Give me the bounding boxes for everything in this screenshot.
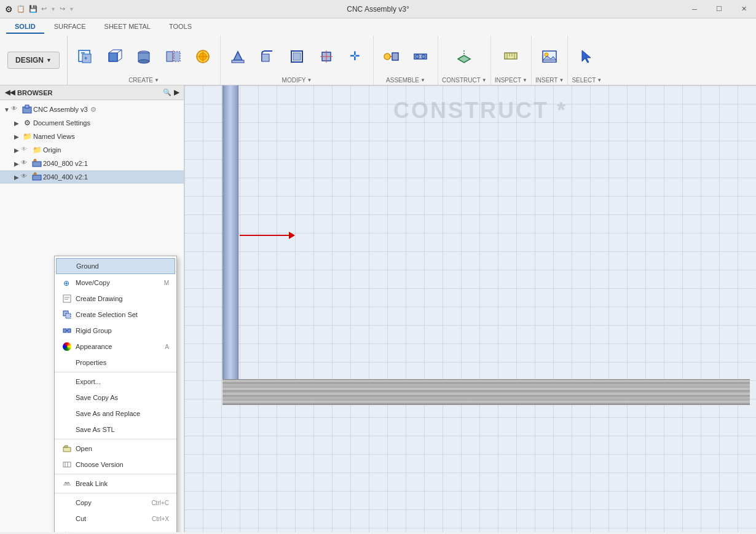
eye-icon[interactable]: 👁 (21, 173, 30, 181)
maximize-button[interactable]: ☐ (707, 0, 731, 18)
ctx-item-save-as-replace[interactable]: Save As and Replace (55, 406, 176, 422)
assemble-label: ASSEMBLE ▼ (386, 77, 425, 85)
insert-image-btn[interactable] (536, 42, 563, 71)
cut-icon (62, 514, 72, 524)
modify-move-btn[interactable]: ✛ (342, 42, 369, 71)
ctx-shortcut-appearance: A (165, 344, 169, 350)
expand-icon[interactable]: ▶ (12, 146, 21, 154)
ctx-label-save-as-replace: Save As and Replace (76, 410, 140, 417)
ctx-item-save-copy-as[interactable]: Save Copy As (55, 390, 176, 406)
svg-rect-51 (63, 295, 71, 302)
tab-row: SOLID SURFACE SHEET METAL TOOLS (0, 18, 756, 36)
eye-icon[interactable]: 👁 (21, 146, 30, 154)
separator-4 (55, 493, 176, 493)
modify-press-pull-btn[interactable] (224, 42, 251, 71)
settings-icon[interactable]: ⚙ (90, 106, 96, 114)
separator-3 (55, 474, 176, 474)
insert-group: INSERT ▼ (532, 36, 568, 85)
svg-text:✛: ✛ (350, 49, 360, 63)
ctx-item-appearance[interactable]: Appearance A (55, 339, 176, 355)
canvas-area[interactable]: CONSTRUCT * (184, 85, 756, 532)
ctx-label-export: Export... (76, 378, 101, 385)
tree-item-root[interactable]: ▼ 👁 CNC Assembly v3 ⚙ (0, 103, 184, 116)
expand-icon[interactable]: ▼ (2, 105, 11, 114)
tree-item-doc-settings[interactable]: ▶ ⚙ Document Settings (0, 116, 184, 130)
tab-sheet-metal[interactable]: SHEET METAL (96, 20, 159, 34)
ctx-item-choose-version[interactable]: Choose Version (55, 457, 176, 473)
ctx-label-cut: Cut (76, 515, 86, 522)
ctx-label-create-drawing: Create Drawing (76, 295, 122, 302)
tree-item-2040-800[interactable]: ▶ 👁 2040_800 v2:1 (0, 157, 184, 170)
ctx-item-create-drawing[interactable]: Create Drawing (55, 291, 176, 307)
copy-icon (62, 498, 72, 508)
create-new-component-btn[interactable]: + (71, 42, 98, 71)
minimize-button[interactable]: ─ (682, 0, 707, 18)
create-special-btn[interactable] (189, 42, 216, 71)
ctx-item-cut[interactable]: Cut Ctrl+X (55, 511, 176, 527)
svg-rect-19 (232, 60, 244, 63)
browser-expand-icon[interactable]: ▶ (174, 88, 179, 96)
svg-text:+: + (84, 55, 87, 61)
modify-shell-btn[interactable] (283, 42, 310, 71)
ctx-item-ground[interactable]: Ground (56, 258, 175, 274)
eye-icon[interactable]: 👁 (11, 105, 20, 114)
svg-line-6 (117, 50, 122, 53)
tree-item-origin[interactable]: ▶ 👁 📁 Origin (0, 143, 184, 157)
expand-icon[interactable]: ▶ (12, 173, 21, 181)
design-button[interactable]: DESIGN ▼ (7, 52, 60, 69)
title-text: CNC Assembly v3° (347, 5, 409, 14)
ctx-shortcut-cut: Ctrl+X (152, 516, 169, 522)
ctx-label-properties: Properties (76, 359, 106, 366)
create-label: CREATE ▼ (128, 77, 159, 85)
tab-surface[interactable]: SURFACE (45, 20, 95, 34)
expand-icon[interactable]: ▶ (12, 119, 21, 127)
tree-label-doc-settings: Document Settings (33, 119, 90, 127)
ctx-item-rigid-group[interactable]: Rigid Group (55, 323, 176, 339)
browser-header: ◀◀ BROWSER 🔍 ▶ (0, 85, 184, 100)
ctx-item-copy[interactable]: Copy Ctrl+C (55, 495, 176, 511)
model-vertical (222, 85, 238, 399)
ctx-item-save-as-stl[interactable]: Save As STL (55, 422, 176, 438)
ctx-item-break-link[interactable]: Break Link (55, 476, 176, 492)
eye-icon[interactable]: 👁 (21, 159, 30, 168)
create-box-btn[interactable] (101, 42, 128, 71)
insert-label: INSERT ▼ (535, 77, 564, 85)
ctx-item-properties[interactable]: Properties (55, 355, 176, 371)
assemble-drive-btn[interactable] (407, 42, 434, 71)
svg-rect-4 (109, 53, 117, 61)
ctx-item-create-selection[interactable]: Create Selection Set (55, 307, 176, 323)
ctx-item-move-copy[interactable]: ⊕ Move/Copy M (55, 275, 176, 291)
modify-fillet-btn[interactable] (254, 42, 281, 71)
svg-rect-11 (167, 52, 173, 61)
model-horizontal (222, 379, 750, 405)
ctx-item-delete[interactable]: ✕ Delete Del (55, 527, 176, 532)
expand-icon[interactable]: ▶ (12, 159, 21, 168)
construct-plane-btn[interactable] (451, 42, 478, 71)
browser-search-icon[interactable]: 🔍 (163, 88, 171, 96)
tab-solid[interactable]: SOLID (6, 20, 44, 34)
svg-point-41 (545, 53, 548, 57)
create-mirror-btn[interactable] (160, 42, 187, 71)
assemble-joint-btn[interactable] (377, 42, 404, 71)
tree-item-2040-400[interactable]: ▶ 👁 2040_400 v2:1 (0, 170, 184, 184)
separator-2 (55, 439, 176, 439)
ctx-label-rigid-group: Rigid Group (76, 327, 112, 334)
select-btn[interactable] (573, 42, 600, 71)
ctx-label-break-link: Break Link (76, 480, 108, 487)
select-group: SELECT ▼ (568, 36, 605, 85)
modify-group: ✛ MODIFY ▼ (221, 36, 374, 85)
inspect-group: INSPECT ▼ (491, 36, 532, 85)
tree-label-origin: Origin (43, 146, 61, 154)
ctx-label-create-selection: Create Selection Set (76, 311, 138, 318)
expand-icon[interactable]: ▶ (12, 132, 21, 141)
ctx-item-export[interactable]: Export... (55, 374, 176, 390)
close-button[interactable]: ✕ (731, 0, 756, 18)
modify-scale-btn[interactable] (313, 42, 340, 71)
tree-item-named-views[interactable]: ▶ 📁 Named Views (0, 130, 184, 143)
inspect-measure-btn[interactable] (497, 42, 524, 71)
tab-tools[interactable]: TOOLS (160, 20, 200, 34)
ctx-item-open[interactable]: Open (55, 441, 176, 457)
browser-header-icons: 🔍 ▶ (163, 88, 179, 96)
create-cylinder-btn[interactable] (130, 42, 157, 71)
design-panel: DESIGN ▼ (0, 36, 68, 85)
